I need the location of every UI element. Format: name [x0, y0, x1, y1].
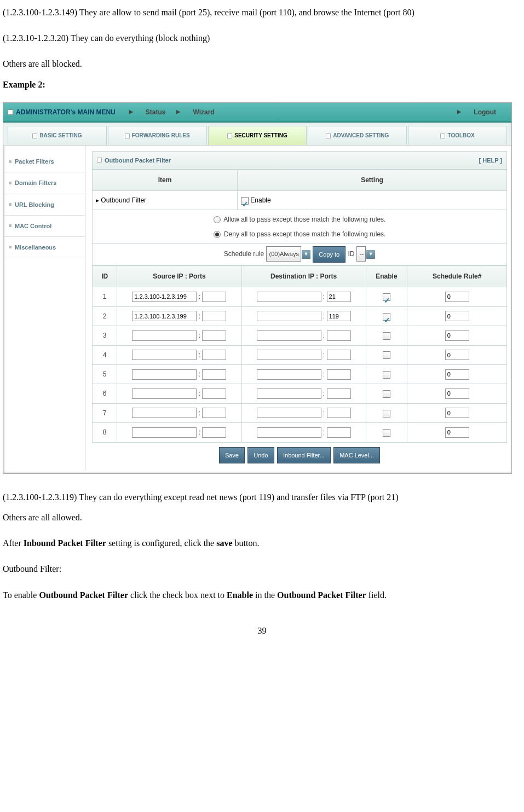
sidebar-item-mac-control[interactable]: MAC Control — [3, 216, 85, 237]
source-port-input[interactable] — [202, 369, 226, 380]
triangle-icon: ▶ — [129, 107, 133, 118]
dest-ip-input[interactable] — [257, 427, 321, 438]
tab-basic-setting[interactable]: BASIC SETTING — [8, 126, 107, 145]
dest-port-input[interactable] — [327, 369, 351, 380]
allow-radio-label: Allow all to pass except those match the… — [223, 216, 385, 223]
schedule-rule-input[interactable] — [445, 427, 469, 438]
source-port-input[interactable] — [202, 350, 226, 360]
dropdown-icon[interactable]: ▼ — [366, 250, 375, 259]
schedule-rule-input[interactable] — [445, 292, 469, 302]
enable-label: Enable — [250, 196, 270, 204]
save-button[interactable]: Save — [219, 447, 245, 463]
table-row: 8 : : — [93, 423, 507, 442]
rule-enable-checkbox[interactable] — [383, 332, 390, 340]
sidebar-item-label: Packet Filters — [15, 155, 54, 168]
id-select[interactable]: -- — [356, 246, 366, 262]
source-ip-input[interactable] — [132, 408, 197, 418]
bullet-icon — [9, 160, 11, 163]
sidebar-item-domain-filters[interactable]: Domain Filters — [3, 172, 85, 194]
status-link[interactable]: Status — [146, 105, 166, 119]
sidebar-item-miscellaneous[interactable]: Miscellaneous — [3, 237, 85, 258]
dest-port-input[interactable] — [327, 408, 351, 418]
dest-ip-input[interactable] — [257, 292, 321, 302]
rule-enable-checkbox[interactable] — [383, 390, 390, 398]
dest-ip-input[interactable] — [257, 388, 321, 399]
source-ip-input[interactable] — [132, 427, 197, 438]
intro-para-1: (1.2.3.100-1.2.3.149) They are allow to … — [3, 3, 521, 22]
page-number: 39 — [3, 621, 521, 640]
dest-port-input[interactable] — [327, 311, 351, 321]
help-link[interactable]: [ HELP ] — [479, 154, 502, 167]
tab-label: SECURITY SETTING — [234, 132, 287, 138]
sidebar: Packet Filters Domain Filters URL Blocki… — [3, 146, 85, 470]
schedule-select[interactable]: (00)Always — [266, 246, 301, 262]
enable-checkbox[interactable] — [241, 197, 249, 205]
dest-ip-input[interactable] — [257, 350, 321, 360]
source-port-input[interactable] — [202, 427, 226, 438]
dest-ip-input[interactable] — [257, 311, 321, 321]
rule-enable-checkbox[interactable] — [383, 351, 390, 359]
source-port-input[interactable] — [202, 388, 226, 399]
schedule-rule-input[interactable] — [445, 330, 469, 341]
tab-label: FORWARDING RULES — [132, 132, 190, 138]
schedule-rule-input[interactable] — [445, 311, 469, 321]
schedule-rule-input[interactable] — [445, 408, 469, 418]
rules-header-enable: Enable — [366, 266, 407, 287]
dest-ip-input[interactable] — [257, 369, 321, 380]
sidebar-item-packet-filters[interactable]: Packet Filters — [3, 151, 85, 172]
rule-enable-checkbox[interactable] — [383, 429, 390, 437]
copy-to-button[interactable]: Copy to — [313, 246, 346, 263]
rule-enable-checkbox[interactable] — [383, 410, 390, 417]
dest-port-input[interactable] — [327, 350, 351, 360]
logout-link[interactable]: Logout — [474, 105, 496, 119]
schedule-rule-input[interactable] — [445, 369, 469, 380]
source-ip-input[interactable] — [132, 350, 197, 360]
inbound-filter-button[interactable]: Inbound Filter... — [277, 447, 331, 463]
sidebar-item-label: URL Blocking — [15, 198, 54, 211]
tab-security-setting[interactable]: SECURITY SETTING — [208, 126, 307, 145]
dest-ip-input[interactable] — [257, 330, 321, 341]
mac-level-button[interactable]: MAC Level... — [333, 447, 380, 463]
main-menu-title: ADMINISTRATOR's MAIN MENU — [16, 105, 116, 119]
source-ip-input[interactable] — [132, 330, 197, 341]
source-port-input[interactable] — [202, 330, 226, 341]
dest-ip-input[interactable] — [257, 408, 321, 418]
dest-port-input[interactable] — [327, 388, 351, 399]
deny-radio[interactable] — [214, 231, 221, 238]
source-ip-input[interactable] — [132, 292, 197, 302]
table-row: 7 : : — [93, 403, 507, 422]
column-header-item: Item — [93, 170, 238, 190]
para-7: Outbound Filter: — [3, 559, 521, 578]
triangle-icon: ▶ — [176, 107, 180, 118]
source-ip-input[interactable] — [132, 369, 197, 380]
allow-radio[interactable] — [214, 216, 221, 223]
triangle-icon: ▶ — [457, 107, 461, 118]
source-port-input[interactable] — [202, 311, 226, 321]
tab-icon — [326, 134, 331, 138]
rule-enable-checkbox[interactable] — [383, 293, 390, 301]
dropdown-icon[interactable]: ▼ — [302, 250, 310, 259]
wizard-link[interactable]: Wizard — [193, 105, 214, 119]
table-row: 4 : : — [93, 345, 507, 364]
rule-enable-checkbox[interactable] — [383, 371, 390, 379]
item-outbound-filter: ▸ Outbound Filter — [93, 190, 238, 210]
source-port-input[interactable] — [202, 408, 226, 418]
dest-port-input[interactable] — [327, 292, 351, 302]
tab-advanced-setting[interactable]: ADVANCED SETTING — [308, 126, 407, 145]
tab-toolbox[interactable]: TOOLBOX — [408, 126, 507, 145]
schedule-rule-input[interactable] — [445, 388, 469, 399]
rule-enable-checkbox[interactable] — [383, 313, 390, 321]
undo-button[interactable]: Undo — [247, 447, 274, 463]
tab-label: ADVANCED SETTING — [333, 132, 389, 138]
sidebar-item-url-blocking[interactable]: URL Blocking — [3, 194, 85, 216]
source-ip-input[interactable] — [132, 388, 197, 399]
source-port-input[interactable] — [202, 292, 226, 302]
schedule-label: Schedule rule — [224, 250, 264, 258]
schedule-rule-input[interactable] — [445, 350, 469, 360]
tab-forwarding-rules[interactable]: FORWARDING RULES — [108, 126, 207, 145]
source-ip-input[interactable] — [132, 311, 197, 321]
dest-port-input[interactable] — [327, 427, 351, 438]
intro-para-3: Others are all blocked. — [3, 54, 521, 73]
dest-port-input[interactable] — [327, 330, 351, 341]
deny-radio-label: Deny all to pass except those match the … — [224, 230, 386, 238]
